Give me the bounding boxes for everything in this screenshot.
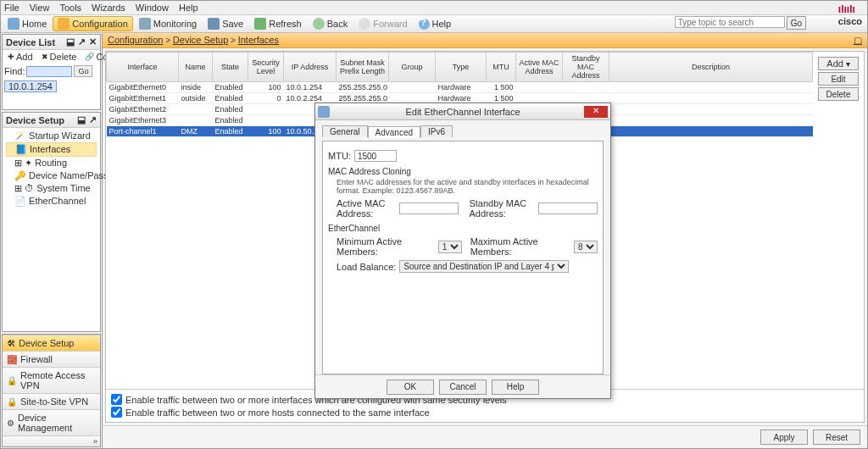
mac-hint: Enter MAC addresses for the active and s… xyxy=(337,178,598,195)
back-button[interactable]: Back xyxy=(308,16,353,31)
reset-button[interactable]: Reset xyxy=(813,430,860,445)
delete-device-button[interactable]: ✖ Delete xyxy=(40,52,79,62)
tree-ip-item[interactable]: 10.0.1.254 xyxy=(4,80,57,92)
col-name[interactable]: Name xyxy=(179,53,213,82)
nav-site-vpn[interactable]: 🔒 Site-to-Site VPN xyxy=(3,393,100,409)
min-members-select[interactable]: 1 xyxy=(438,241,462,253)
dialog-icon xyxy=(318,106,330,118)
etherchannel-section: EtherChannel xyxy=(328,224,598,233)
monitoring-button[interactable]: Monitoring xyxy=(134,16,202,31)
find-go-button[interactable]: Go xyxy=(74,65,92,77)
apply-button[interactable]: Apply xyxy=(760,430,808,445)
tree-interfaces[interactable]: 📘 Interfaces xyxy=(6,142,97,157)
dialog-ok-button[interactable]: OK xyxy=(387,380,434,395)
menubar: File View Tools Wizards Window Help xyxy=(1,1,867,14)
save-button[interactable]: Save xyxy=(203,16,248,31)
home-icon xyxy=(8,18,19,30)
col-active-mac[interactable]: Active MAC Address xyxy=(516,53,563,82)
menu-view[interactable]: View xyxy=(30,3,50,13)
nav-device-setup[interactable]: 🛠 Device Setup xyxy=(3,335,100,351)
dialog-cancel-button[interactable]: Cancel xyxy=(439,380,487,395)
tab-ipv6[interactable]: IPv6 xyxy=(420,125,453,137)
crumb-configuration[interactable]: Configuration xyxy=(108,35,163,45)
configuration-button[interactable]: Configuration xyxy=(53,16,132,31)
add-device-button[interactable]: ✚ Add xyxy=(6,52,35,62)
help-icon xyxy=(419,19,430,30)
mac-cloning-section: MAC Address Cloning xyxy=(328,167,598,176)
menu-wizards[interactable]: Wizards xyxy=(92,3,125,13)
left-panel: Device List⬓↗✕ ✚ Add ✖ Delete 🔗 Connect … xyxy=(1,33,103,448)
tree-etherchannel[interactable]: 📄 EtherChannel xyxy=(6,195,97,208)
standby-mac-input[interactable] xyxy=(538,202,598,214)
back-icon xyxy=(313,18,325,30)
left-nav: 🛠 Device Setup 🧱 Firewall 🔒 Remote Acces… xyxy=(2,334,101,447)
undock-icon[interactable]: ↗ xyxy=(89,114,97,125)
same-interface-checkbox[interactable]: Enable traffic between two or more hosts… xyxy=(111,407,859,418)
col-description[interactable]: Description xyxy=(609,53,813,82)
tab-general[interactable]: General xyxy=(322,125,368,137)
gear-icon xyxy=(58,18,70,30)
dialog-title: Edit EtherChannel Interface xyxy=(405,107,520,117)
save-icon xyxy=(208,18,220,30)
device-setup-tree: 🪄 Startup Wizard 📘 Interfaces ⊞ ✦ Routin… xyxy=(3,128,100,209)
search-box: Go xyxy=(675,16,806,30)
device-list-header: Device List⬓↗✕ xyxy=(3,35,100,50)
forward-button[interactable]: Forward xyxy=(353,16,412,31)
col-security[interactable]: Security Level xyxy=(248,53,284,82)
tree-startup-wizard[interactable]: 🪄 Startup Wizard xyxy=(6,130,97,142)
undock-icon[interactable]: ↗ xyxy=(78,36,86,47)
nav-remote-vpn[interactable]: 🔒 Remote Access VPN xyxy=(3,367,100,393)
tree-system-time[interactable]: ⊞ ⏱ System Time xyxy=(6,182,97,195)
pin-icon[interactable]: ⬓ xyxy=(66,36,75,47)
menu-help[interactable]: Help xyxy=(179,3,198,13)
crumb-interfaces[interactable]: Interfaces xyxy=(238,35,279,45)
nav-firewall[interactable]: 🧱 Firewall xyxy=(3,351,100,367)
crumb-device-setup[interactable]: Device Setup xyxy=(173,35,228,45)
add-interface-button[interactable]: Add ▾ xyxy=(818,57,859,70)
find-input[interactable] xyxy=(26,66,72,77)
col-mask[interactable]: Subnet Mask Prefix Length xyxy=(337,53,389,82)
chevron-icon[interactable]: » xyxy=(93,437,97,446)
breadcrumb: Configuration > Device Setup > Interface… xyxy=(103,33,867,48)
max-members-select[interactable]: 8 xyxy=(574,241,598,253)
refresh-button[interactable]: Refresh xyxy=(249,16,307,31)
col-standby-mac[interactable]: Standby MAC Address xyxy=(563,53,609,82)
menu-window[interactable]: Window xyxy=(136,3,169,13)
col-state[interactable]: State xyxy=(213,53,248,82)
nav-device-mgmt[interactable]: ⚙ Device Management xyxy=(3,409,100,435)
dialog-close-button[interactable]: ✕ xyxy=(584,106,608,118)
col-group[interactable]: Group xyxy=(389,53,436,82)
col-ip[interactable]: IP Address xyxy=(284,53,337,82)
home-button[interactable]: Home xyxy=(3,16,52,31)
dialog-help-button[interactable]: Help xyxy=(492,380,539,395)
table-row[interactable]: GigabitEthernet0insideEnabled10010.0.1.2… xyxy=(107,82,813,93)
cisco-logo: ılıılıcisco xyxy=(838,3,862,27)
active-mac-input[interactable] xyxy=(399,202,459,214)
side-buttons: Add ▾ Edit Delete xyxy=(818,57,859,101)
help-button[interactable]: Help xyxy=(414,17,457,31)
device-setup-header: Device Setup⬓↗ xyxy=(3,113,100,128)
search-input[interactable] xyxy=(675,16,785,28)
monitor-icon xyxy=(139,18,151,30)
pin-icon[interactable]: ⬓ xyxy=(77,114,86,125)
dialog-titlebar[interactable]: Edit EtherChannel Interface ✕ xyxy=(315,103,610,120)
edit-interface-button[interactable]: Edit xyxy=(818,72,859,86)
tab-advanced[interactable]: Advanced xyxy=(368,126,420,138)
menu-file[interactable]: File xyxy=(4,3,19,13)
col-type[interactable]: Type xyxy=(436,53,487,82)
forward-icon xyxy=(359,18,370,30)
mtu-input[interactable] xyxy=(354,150,397,162)
panel-close-icon[interactable]: ▢ xyxy=(854,35,862,46)
menu-tools[interactable]: Tools xyxy=(59,3,81,13)
tree-routing[interactable]: ⊞ ✦ Routing xyxy=(6,157,97,169)
edit-etherchannel-dialog: Edit EtherChannel Interface ✕ General Ad… xyxy=(314,103,611,399)
load-balance-select[interactable]: Source and Destination IP and Layer 4 po… xyxy=(399,260,569,273)
col-mtu[interactable]: MTU xyxy=(487,53,516,82)
close-icon[interactable]: ✕ xyxy=(89,36,97,47)
col-interface[interactable]: Interface xyxy=(107,53,179,82)
delete-interface-button[interactable]: Delete xyxy=(818,87,859,101)
search-go-button[interactable]: Go xyxy=(787,16,806,30)
tree-device-name[interactable]: 🔑 Device Name/Password xyxy=(6,169,97,182)
refresh-icon xyxy=(254,18,266,30)
